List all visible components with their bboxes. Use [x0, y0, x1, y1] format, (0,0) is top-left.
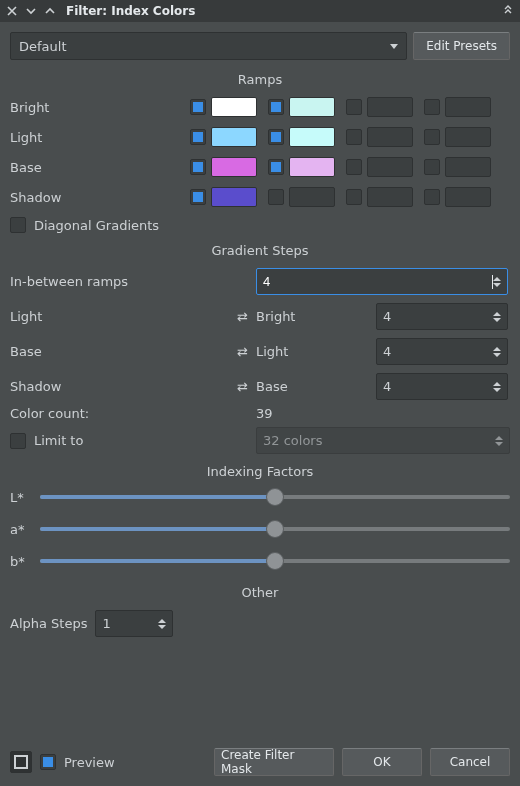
ramp-checkbox[interactable]	[346, 159, 362, 175]
in-between-spin[interactable]	[256, 268, 508, 295]
in-between-input[interactable]	[263, 274, 491, 289]
chevron-down-icon[interactable]	[23, 3, 39, 19]
gs-left: Base⇄	[10, 344, 256, 359]
slider[interactable]	[40, 489, 510, 505]
slider-label: L*	[10, 490, 32, 505]
title-bar: Filter: Index Colors	[0, 0, 520, 22]
ramp-cell	[346, 187, 424, 207]
ramp-label: Light	[10, 127, 190, 147]
in-between-label: In-between ramps	[10, 274, 256, 289]
preview-label: Preview	[64, 755, 115, 770]
color-count-value: 39	[256, 406, 510, 421]
alpha-steps-spin[interactable]: 1	[95, 610, 173, 637]
ramp-checkbox[interactable]	[190, 99, 206, 115]
detach-icon[interactable]	[500, 3, 516, 19]
ok-button[interactable]: OK	[342, 748, 422, 776]
ramp-cell	[190, 97, 268, 117]
limit-to-checkbox[interactable]	[10, 433, 26, 449]
gs-right-label: Light	[256, 344, 376, 359]
swap-icon[interactable]: ⇄	[237, 309, 248, 324]
gs-right-label: Base	[256, 379, 376, 394]
color-swatch[interactable]	[289, 187, 335, 207]
ramp-cell	[268, 97, 346, 117]
limit-to-combo[interactable]: 32 colors	[256, 427, 510, 454]
color-swatch[interactable]	[289, 127, 335, 147]
color-swatch[interactable]	[445, 127, 491, 147]
ramp-label: Bright	[10, 97, 190, 117]
swap-icon[interactable]: ⇄	[237, 379, 248, 394]
ramp-checkbox[interactable]	[190, 129, 206, 145]
window-title: Filter: Index Colors	[66, 4, 195, 18]
ramp-checkbox[interactable]	[346, 99, 362, 115]
limit-to-label: Limit to	[34, 433, 83, 448]
gs-spin-value: 4	[383, 379, 493, 394]
color-swatch[interactable]	[211, 187, 257, 207]
ramp-cell	[346, 127, 424, 147]
slider-row: L*	[10, 489, 510, 505]
gs-spin[interactable]: 4	[376, 303, 508, 330]
edit-presets-button[interactable]: Edit Presets	[413, 32, 510, 60]
color-swatch[interactable]	[445, 97, 491, 117]
gs-spin[interactable]: 4	[376, 373, 508, 400]
color-swatch[interactable]	[367, 157, 413, 177]
ramp-checkbox[interactable]	[346, 189, 362, 205]
section-gradient-steps: Gradient Steps	[10, 243, 510, 258]
ramp-checkbox[interactable]	[268, 159, 284, 175]
alpha-steps-label: Alpha Steps	[10, 616, 87, 631]
limit-to-value: 32 colors	[263, 433, 495, 448]
section-other: Other	[10, 585, 510, 600]
swap-icon[interactable]: ⇄	[237, 344, 248, 359]
ramp-checkbox[interactable]	[424, 159, 440, 175]
color-swatch[interactable]	[211, 97, 257, 117]
color-swatch[interactable]	[367, 97, 413, 117]
color-count-label: Color count:	[10, 406, 256, 421]
preview-checkbox[interactable]	[40, 754, 56, 770]
color-swatch[interactable]	[367, 187, 413, 207]
ramp-cell	[346, 97, 424, 117]
section-ramps: Ramps	[10, 72, 510, 87]
ramp-cell	[268, 127, 346, 147]
alpha-steps-value: 1	[102, 616, 158, 631]
gradient-steps-grid: In-between rampsLight⇄Bright4Base⇄Light4…	[10, 268, 510, 400]
color-swatch[interactable]	[289, 97, 335, 117]
gs-left: Light⇄	[10, 309, 256, 324]
sliders-container: L*a*b*	[10, 489, 510, 569]
color-swatch[interactable]	[445, 157, 491, 177]
diagonal-gradients-checkbox[interactable]	[10, 217, 26, 233]
ramp-label: Base	[10, 157, 190, 177]
ramp-checkbox[interactable]	[268, 129, 284, 145]
gs-spin-value: 4	[383, 344, 493, 359]
section-indexing-factors: Indexing Factors	[10, 464, 510, 479]
ramp-checkbox[interactable]	[268, 189, 284, 205]
ramp-cell	[424, 157, 502, 177]
ramp-checkbox[interactable]	[424, 189, 440, 205]
color-swatch[interactable]	[445, 187, 491, 207]
slider-label: a*	[10, 522, 32, 537]
color-swatch[interactable]	[211, 127, 257, 147]
slider-row: b*	[10, 553, 510, 569]
gs-spin[interactable]: 4	[376, 338, 508, 365]
on-off-toggle[interactable]	[10, 751, 32, 773]
ramp-checkbox[interactable]	[424, 99, 440, 115]
color-swatch[interactable]	[289, 157, 335, 177]
close-icon[interactable]	[4, 3, 20, 19]
chevron-up-icon[interactable]	[42, 3, 58, 19]
cancel-button[interactable]: Cancel	[430, 748, 510, 776]
ramp-cell	[268, 157, 346, 177]
ramp-checkbox[interactable]	[190, 189, 206, 205]
preset-value: Default	[19, 39, 67, 54]
ramp-checkbox[interactable]	[190, 159, 206, 175]
ramp-checkbox[interactable]	[424, 129, 440, 145]
ramp-cell	[190, 157, 268, 177]
slider[interactable]	[40, 553, 510, 569]
slider[interactable]	[40, 521, 510, 537]
gs-spin-value: 4	[383, 309, 493, 324]
color-swatch[interactable]	[367, 127, 413, 147]
ramp-grid: BrightLightBaseShadow	[10, 97, 510, 207]
preset-combo[interactable]: Default	[10, 32, 407, 60]
create-filter-mask-button[interactable]: Create Filter Mask	[214, 748, 334, 776]
ramp-checkbox[interactable]	[346, 129, 362, 145]
color-swatch[interactable]	[211, 157, 257, 177]
ramp-label: Shadow	[10, 187, 190, 207]
ramp-checkbox[interactable]	[268, 99, 284, 115]
